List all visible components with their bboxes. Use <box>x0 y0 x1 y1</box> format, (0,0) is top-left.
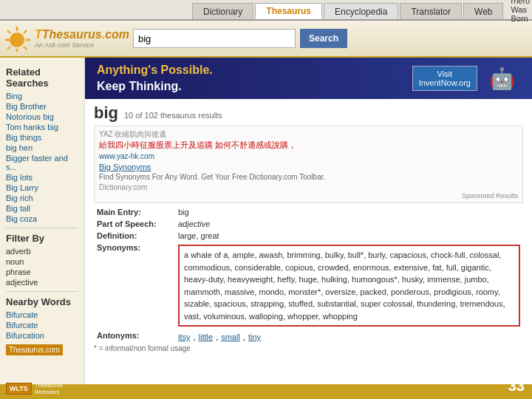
antonyms-row: itsy, little, small, tiny <box>178 332 520 341</box>
slide-number: 33 <box>508 378 525 395</box>
banner-line2: Keep Thinking. <box>97 80 182 92</box>
sidebar-link-notorious[interactable]: Notorious big <box>6 112 78 121</box>
sponsored-text: Sponsored Results <box>99 192 518 200</box>
pos-label: Part of Speech: <box>94 218 175 230</box>
banner-text: Anything's Possible. Keep Thinking. <box>97 62 213 95</box>
related-searches-title: Related Searches <box>6 66 78 89</box>
pos-value: adjective <box>175 218 523 230</box>
logo-t: T <box>35 28 42 41</box>
sidebar-divider-1 <box>6 228 78 228</box>
nearby-link-3[interactable]: Bifurcation <box>6 331 78 340</box>
filter-noun[interactable]: noun <box>6 257 78 266</box>
search-button[interactable]: Search <box>300 29 347 48</box>
main-entry-row: Main Entry: big <box>94 206 523 218</box>
sidebar-link-biglary[interactable]: Big Larry <box>6 183 78 192</box>
synonyms-cell: a whale of a, ample, awash, brimming, bu… <box>175 242 523 330</box>
tab-bar: Dictionary Thesaurus Encyclopedia Transl… <box>0 0 532 21</box>
tab-dictionary[interactable]: Dictionary <box>192 3 253 19</box>
nearby-link-1[interactable]: Bifurcate <box>6 310 78 319</box>
result-area: big 10 of 102 thesaurus results YAZ 收縮肌肉… <box>85 99 532 357</box>
ant-itsy[interactable]: itsy <box>178 332 191 341</box>
ant-small[interactable]: small <box>221 332 240 341</box>
logo-hesaurus: Thesaurus <box>42 28 102 41</box>
ant-label: Antonyms: <box>94 330 175 343</box>
wlts-logo: WLTS Thesaurus Websters <box>6 382 63 396</box>
result-count: 10 of 102 thesaurus results <box>124 111 222 120</box>
sidebar-link-bigtall[interactable]: Big tall <box>6 204 78 213</box>
nearby-link-2[interactable]: Bifurcate <box>6 321 78 330</box>
result-word: big <box>94 103 118 123</box>
sidebar-link-tomhanks[interactable]: Tom hanks big <box>6 123 78 132</box>
svg-line-5 <box>7 30 10 33</box>
def-value: large, great <box>175 230 523 242</box>
svg-point-0 <box>10 33 24 47</box>
filter-by-title: Filter By <box>6 233 78 244</box>
tab-encyclopedia[interactable]: Encyclopedia <box>324 3 398 19</box>
logo-area: TThesaurus.com An Ask.com Service <box>7 25 126 52</box>
logo-text: TThesaurus.com An Ask.com Service <box>35 28 129 49</box>
main-entry-label: Main Entry: <box>94 206 175 218</box>
visit-site: InventNow.org <box>419 78 471 87</box>
footnote: * = informal/non formal usage <box>94 344 523 352</box>
content-area: Anything's Possible. Keep Thinking. Visi… <box>85 58 532 384</box>
sidebar-link-biglots[interactable]: Big lots <box>6 173 78 182</box>
ad-url: www.yaz-hk.com <box>99 152 154 160</box>
filter-adjective[interactable]: adjective <box>6 278 78 287</box>
ant-value-cell: itsy, little, small, tiny <box>175 330 523 343</box>
synonyms-box: a whale of a, ample, awash, brimming, bu… <box>178 245 520 327</box>
ant-row: Antonyms: itsy, little, small, tiny <box>94 330 523 343</box>
def-label: Definition: <box>94 230 175 242</box>
logo: TThesaurus.com An Ask.com Service <box>4 25 129 52</box>
search-area: Search <box>133 29 525 48</box>
ad-label: YAZ 收縮肌肉與後遺 <box>99 129 518 140</box>
sidebar-link-bing[interactable]: Bing <box>6 92 78 100</box>
site-header: TThesaurus.com An Ask.com Service Search <box>0 21 532 58</box>
nearby-words-title: Nearby Words <box>6 296 78 307</box>
def-row: Definition: large, great <box>94 230 523 242</box>
ad-chinese-text[interactable]: 給我四小時征服股票上升及追購 如何不舒適感或說購， <box>99 140 518 151</box>
banner-line1: Anything's Possible. <box>97 64 213 76</box>
sidebar-link-bigrich[interactable]: Big rich <box>6 194 78 202</box>
svg-line-7 <box>24 30 27 33</box>
definition-table: Main Entry: big Part of Speech: adjectiv… <box>94 206 523 343</box>
ad-synonyms-link[interactable]: Big Synonyms <box>99 163 518 171</box>
sidebar-link-bigbrother[interactable]: Big Brother <box>6 102 78 111</box>
logo-sub: An Ask.com Service <box>35 41 129 49</box>
syn-row: Synonyms: a whale of a, ample, awash, br… <box>94 242 523 330</box>
filter-adverb[interactable]: adverb <box>6 247 78 256</box>
syn-label: Synonyms: <box>94 242 175 330</box>
ad-source: Dictionary.com <box>99 183 147 191</box>
filter-phrase[interactable]: phrase <box>6 267 78 276</box>
sidebar-link-bigthings[interactable]: Big things <box>6 133 78 142</box>
search-input[interactable] <box>133 29 296 48</box>
visit-label: Visit <box>437 69 453 78</box>
wlts-text: Thesaurus Websters <box>35 382 63 396</box>
svg-line-6 <box>24 47 27 50</box>
sidebar-link-bighen[interactable]: big hen <box>6 143 78 152</box>
ad-desc: Find Synonyms For Any Word. Get Your Fre… <box>99 173 325 181</box>
result-title-row: big 10 of 102 thesaurus results <box>94 103 523 123</box>
sun-icon <box>4 25 30 52</box>
thesaurus-badge: Thesaurus.com <box>6 344 63 355</box>
tab-translator[interactable]: Translator <box>400 3 462 19</box>
sidebar-link-bigcoza[interactable]: Big coza <box>6 214 78 223</box>
main-entry-value: big <box>175 206 523 218</box>
pos-row: Part of Speech: adjective <box>94 218 523 230</box>
banner-visit-btn[interactable]: Visit InventNow.org <box>412 66 477 91</box>
banner: Anything's Possible. Keep Thinking. Visi… <box>85 58 532 99</box>
wlts-box: WLTS <box>6 383 32 395</box>
logo-com: com <box>105 28 129 41</box>
sidebar: Related Searches Bing Big Brother Notori… <box>0 58 85 384</box>
banner-robot: 🤖 <box>483 60 520 97</box>
main-layout: Related Searches Bing Big Brother Notori… <box>0 58 532 384</box>
tab-web[interactable]: Web <box>463 3 503 19</box>
wlts-sub1: Thesaurus <box>35 382 63 389</box>
tab-thesaurus[interactable]: Thesaurus <box>255 3 322 19</box>
wlts-sub2: Websters <box>35 389 63 396</box>
sidebar-divider-2 <box>6 291 78 292</box>
ant-little[interactable]: little <box>199 332 214 341</box>
svg-line-8 <box>7 47 10 50</box>
ad-block: YAZ 收縮肌肉與後遺 給我四小時征服股票上升及追購 如何不舒適感或說購， ww… <box>94 126 523 203</box>
ant-tiny[interactable]: tiny <box>248 332 261 341</box>
sidebar-link-bigger[interactable]: Bigger faster and s... <box>6 154 78 171</box>
